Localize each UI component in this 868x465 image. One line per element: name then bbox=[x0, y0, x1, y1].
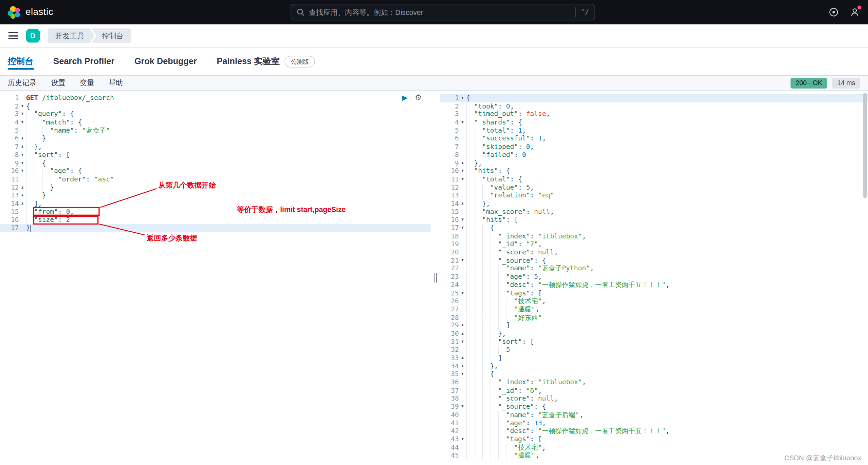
fold-toggle-icon[interactable]: ▴ bbox=[19, 135, 26, 143]
fold-toggle-icon[interactable]: ▾ bbox=[459, 175, 466, 183]
menu-icon[interactable] bbox=[8, 32, 18, 39]
tab-console[interactable]: 控制台 bbox=[8, 47, 34, 75]
fold-toggle-icon[interactable]: ▾ bbox=[19, 102, 26, 110]
toolbar-status: 200 - OK 14 ms bbox=[791, 78, 860, 88]
line-number: 24 bbox=[440, 281, 459, 289]
tab-painless-lab[interactable]: Painless 实验室公测版 bbox=[217, 47, 315, 75]
toolbar-item-help[interactable]: 帮助 bbox=[109, 78, 123, 88]
fold-toggle-icon[interactable]: ▾ bbox=[459, 370, 466, 379]
line-number: 34 bbox=[440, 362, 459, 370]
home-link[interactable]: elastic bbox=[0, 6, 53, 19]
line-number: 43 bbox=[440, 435, 459, 443]
fold-gutter bbox=[459, 313, 466, 322]
fold-toggle-icon[interactable]: ▾ bbox=[459, 403, 466, 411]
breadcrumb-console[interactable]: 控制台 bbox=[91, 28, 131, 43]
code-line: 44 "技术宅", bbox=[440, 443, 868, 451]
global-search-input[interactable] bbox=[309, 8, 571, 16]
line-number: 17 bbox=[440, 224, 459, 232]
line-number: 32 bbox=[440, 346, 459, 354]
fold-toggle-icon[interactable]: ▴ bbox=[19, 200, 26, 208]
line-number: 15 bbox=[0, 208, 19, 216]
line-number: 16 bbox=[440, 216, 459, 224]
code-line: 4▾ "_shards": { bbox=[440, 118, 868, 127]
panel-resizer[interactable] bbox=[431, 91, 440, 465]
line-number: 31 bbox=[440, 338, 459, 346]
code-line: 11 "order": "asc" bbox=[0, 175, 431, 183]
toolbar-item-variables[interactable]: 变量 bbox=[80, 78, 94, 88]
fold-toggle-icon[interactable]: ▾ bbox=[459, 118, 466, 127]
fold-gutter bbox=[459, 143, 466, 151]
wrench-icon[interactable]: ⚙ bbox=[415, 94, 422, 101]
tab-label: Painless 实验室 bbox=[217, 56, 280, 67]
response-viewer[interactable]: 1▾{2 "took": 0,3 "timed_out": false,4▾ "… bbox=[440, 91, 868, 465]
fold-gutter bbox=[459, 192, 466, 200]
fold-toggle-icon[interactable]: ▴ bbox=[19, 183, 26, 192]
code-line: 15 "from": 0, bbox=[0, 208, 431, 216]
tab-grok-debugger[interactable]: Grok Debugger bbox=[134, 47, 197, 75]
code-line: 20 "_score": null, bbox=[440, 248, 868, 256]
line-number: 4 bbox=[0, 118, 19, 127]
help-icon[interactable] bbox=[828, 7, 839, 18]
fold-gutter bbox=[459, 232, 466, 240]
response-viewer-lines[interactable]: 1▾{2 "took": 0,3 "timed_out": false,4▾ "… bbox=[440, 91, 868, 460]
space-avatar[interactable]: D bbox=[26, 29, 40, 43]
code-line: 32 5 bbox=[440, 346, 868, 354]
fold-toggle-icon[interactable]: ▾ bbox=[459, 435, 466, 443]
fold-toggle-icon[interactable]: ▾ bbox=[19, 110, 26, 118]
fold-gutter bbox=[459, 419, 466, 427]
line-number: 6 bbox=[440, 135, 459, 143]
line-number: 23 bbox=[440, 273, 459, 281]
fold-toggle-icon[interactable]: ▾ bbox=[19, 167, 26, 175]
fold-toggle-icon[interactable]: ▴ bbox=[459, 330, 466, 338]
fold-toggle-icon[interactable]: ▾ bbox=[459, 167, 466, 175]
global-search[interactable]: ^/ bbox=[291, 4, 595, 20]
line-number: 44 bbox=[440, 443, 459, 451]
line-number: 28 bbox=[440, 313, 459, 322]
fold-gutter bbox=[459, 346, 466, 354]
line-number: 13 bbox=[440, 192, 459, 200]
line-number: 2 bbox=[0, 102, 19, 110]
code-line: 4▾ "match": { bbox=[0, 118, 431, 127]
fold-toggle-icon[interactable]: ▴ bbox=[459, 322, 466, 330]
fold-toggle-icon[interactable]: ▴ bbox=[19, 143, 26, 151]
annotation-label: 返回多少条数据 bbox=[147, 233, 197, 243]
scrollbar-thumb[interactable] bbox=[863, 93, 867, 198]
user-icon[interactable] bbox=[849, 7, 860, 18]
fold-toggle-icon[interactable]: ▾ bbox=[459, 216, 466, 224]
fold-toggle-icon[interactable]: ▾ bbox=[459, 289, 466, 297]
fold-toggle-icon[interactable]: ▴ bbox=[459, 354, 466, 362]
send-request-icon[interactable]: ▶ bbox=[402, 94, 408, 101]
status-badge: 200 - OK bbox=[791, 78, 827, 88]
fold-toggle-icon[interactable]: ▾ bbox=[19, 118, 26, 127]
code-line: 14▴ ], bbox=[0, 200, 431, 208]
request-editor-lines[interactable]: 1GET /itbluebox/_search2▾{3▾ "query": {4… bbox=[0, 91, 431, 232]
code-line: 7▴ }, bbox=[0, 143, 431, 151]
code-line: 30▴ }, bbox=[440, 330, 868, 338]
fold-toggle-icon[interactable]: ▾ bbox=[19, 151, 26, 159]
fold-toggle-icon[interactable]: ▴ bbox=[459, 200, 466, 208]
header-actions bbox=[828, 0, 861, 24]
fold-toggle-icon[interactable]: ▾ bbox=[459, 338, 466, 346]
code-line: 23 "age": 5, bbox=[440, 273, 868, 281]
fold-toggle-icon[interactable]: ▾ bbox=[459, 224, 466, 232]
line-number: 18 bbox=[440, 232, 459, 240]
toolbar-item-history[interactable]: 历史记录 bbox=[8, 78, 37, 88]
line-number: 12 bbox=[0, 183, 19, 192]
code-line: 29▴ ] bbox=[440, 322, 868, 330]
line-number: 36 bbox=[440, 379, 459, 387]
fold-toggle-icon[interactable]: ▾ bbox=[19, 159, 26, 167]
breadcrumb-bar: D 开发工具控制台 bbox=[0, 24, 868, 47]
fold-toggle-icon[interactable]: ▴ bbox=[459, 362, 466, 370]
fold-toggle-icon[interactable]: ▾ bbox=[459, 256, 466, 265]
code-line: 16▾ "hits": [ bbox=[440, 216, 868, 224]
code-line: 39▾ "_source": { bbox=[440, 403, 868, 411]
breadcrumb-dev-tools[interactable]: 开发工具 bbox=[48, 28, 95, 43]
code-line: 3 "timed_out": false, bbox=[440, 110, 868, 118]
fold-toggle-icon[interactable]: ▾ bbox=[459, 94, 466, 102]
request-editor[interactable]: 1GET /itbluebox/_search2▾{3▾ "query": {4… bbox=[0, 91, 431, 465]
tab-search-profiler[interactable]: Search Profiler bbox=[53, 47, 114, 75]
toolbar-item-settings[interactable]: 设置 bbox=[51, 78, 65, 88]
fold-toggle-icon[interactable]: ▴ bbox=[19, 192, 26, 200]
fold-toggle-icon[interactable]: ▴ bbox=[459, 159, 466, 167]
line-number: 3 bbox=[440, 110, 459, 118]
